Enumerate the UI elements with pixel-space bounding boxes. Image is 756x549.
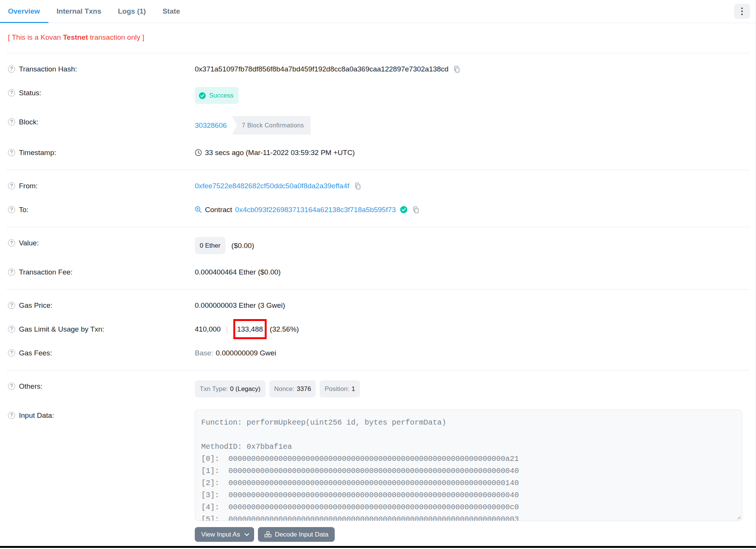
row-gas-limit-usage: ? Gas Limit & Usage by Txn: 410,000 | 13…	[6, 317, 750, 341]
help-icon[interactable]: ?	[8, 268, 15, 276]
value-label: Value:	[19, 237, 39, 249]
row-input-data: ? Input Data: Function: performUpkeep(ui…	[6, 403, 750, 548]
timestamp-value: 33 secs ago (Mar-11-2022 03:59:32 PM +UT…	[205, 147, 355, 158]
testnet-notice-prefix: [ This is a Kovan	[8, 33, 63, 41]
status-badge: Success	[195, 87, 239, 104]
help-icon[interactable]: ?	[8, 206, 15, 213]
input-word-line: [1]:000000000000000000000000000000000000…	[201, 465, 736, 477]
verified-check-icon	[400, 206, 408, 214]
help-icon[interactable]: ?	[8, 182, 15, 189]
zoom-in-icon[interactable]	[195, 206, 202, 213]
gas-fees-label: Gas Fees:	[19, 347, 52, 359]
row-to: ? To: Contract 0x4cb093f226983713164a621…	[6, 198, 750, 222]
copy-icon[interactable]	[354, 182, 362, 190]
help-icon[interactable]: ?	[8, 349, 15, 357]
row-block: ? Block: 30328606 7 Block Confirmations	[6, 110, 750, 141]
nonce-badge: Nonce: 3376	[269, 380, 316, 397]
gas-limit-value: 410,000	[195, 323, 221, 335]
row-gas-fees: ? Gas Fees: Base: 0.000000009 Gwei	[6, 341, 750, 365]
to-contract-label: Contract	[205, 204, 232, 216]
section-from-to: ? From: 0xfee7522e8482682cf50ddc50a0f8da…	[6, 170, 750, 227]
transaction-hash-value: 0x371a51097fb78df856f8b4a7bd459f192d8cc8…	[195, 63, 449, 75]
chevron-down-icon	[244, 531, 249, 536]
section-value-fee: ? Value: 0 Ether ($0.00) ? Transaction F…	[6, 227, 750, 290]
gas-fees-base-value: 0.000000009 Gwei	[216, 347, 276, 359]
input-word-line: [3]:000000000000000000000000000000000000…	[201, 489, 736, 501]
txn-type-label: Txn Type:	[200, 383, 228, 395]
check-circle-icon	[199, 92, 206, 99]
more-options-button[interactable]	[734, 4, 750, 19]
row-from: ? From: 0xfee7522e8482682cf50ddc50a0f8da…	[6, 174, 750, 198]
copy-icon[interactable]	[412, 206, 420, 214]
input-data-label: Input Data:	[19, 409, 54, 421]
tab-state[interactable]: State	[154, 0, 188, 23]
gas-fees-base-label: Base:	[195, 347, 213, 359]
cubes-icon	[264, 531, 272, 538]
testnet-notice: [ This is a Kovan Testnet transaction on…	[0, 23, 756, 53]
tab-internal-txns[interactable]: Internal Txns	[48, 0, 110, 23]
help-icon[interactable]: ?	[8, 118, 15, 126]
decode-input-data-button[interactable]: Decode Input Data	[258, 527, 335, 542]
row-timestamp: ? Timestamp: 33 secs ago (Mar-11-2022 03…	[6, 141, 750, 164]
input-data-textarea[interactable]: Function: performUpkeep(uint256 id, byte…	[195, 409, 742, 521]
decode-input-data-label: Decode Input Data	[275, 531, 329, 538]
tab-overview[interactable]: Overview	[0, 0, 48, 23]
resize-handle-icon[interactable]	[736, 515, 741, 520]
to-label: To:	[19, 204, 28, 216]
nonce-value: 3376	[297, 383, 311, 395]
row-value: ? Value: 0 Ether ($0.00)	[6, 231, 750, 260]
row-gas-price: ? Gas Price: 0.000000003 Ether (3 Gwei)	[6, 293, 750, 317]
block-number-link[interactable]: 30328606	[195, 119, 227, 131]
row-transaction-fee: ? Transaction Fee: 0.000400464 Ether ($0…	[6, 260, 750, 284]
others-label: Others:	[19, 380, 42, 392]
transaction-fee-value: 0.000400464 Ether ($0.00)	[195, 266, 281, 278]
input-word-line: [4]:000000000000000000000000000000000000…	[201, 501, 736, 513]
value-usd: ($0.00)	[231, 240, 254, 251]
section-hash-status-block-time: ? Transaction Hash: 0x371a51097fb78df856…	[6, 53, 750, 170]
help-icon[interactable]: ?	[8, 383, 15, 390]
clock-icon	[195, 149, 202, 156]
input-function-line: Function: performUpkeep(uint256 id, byte…	[201, 417, 736, 429]
testnet-notice-suffix: transaction only ]	[88, 33, 144, 41]
tab-bar: Overview Internal Txns Logs (1) State	[0, 0, 756, 23]
nonce-label: Nonce:	[274, 383, 295, 395]
section-gas: ? Gas Price: 0.000000003 Ether (3 Gwei) …	[6, 290, 750, 371]
help-icon[interactable]: ?	[8, 412, 15, 419]
status-label: Status:	[19, 87, 41, 99]
gas-price-value: 0.000000003 Ether (3 Gwei)	[195, 299, 285, 311]
row-transaction-hash: ? Transaction Hash: 0x371a51097fb78df856…	[6, 57, 750, 81]
testnet-notice-bold: Testnet	[63, 33, 88, 41]
block-label: Block:	[19, 116, 39, 128]
section-others-input: ? Others: Txn Type: 0 (Legacy) Nonce: 33…	[6, 371, 750, 549]
input-word-line: [2]:000000000000000000000000000000000000…	[201, 477, 736, 489]
view-input-as-button[interactable]: View Input As	[195, 527, 254, 542]
help-icon[interactable]: ?	[8, 149, 15, 156]
value-badge: 0 Ether	[195, 237, 225, 254]
gas-limit-usage-label: Gas Limit & Usage by Txn:	[19, 323, 104, 335]
block-confirmations-badge: 7 Block Confirmations	[232, 116, 311, 135]
gas-used-annotation-box: 133,488	[233, 319, 267, 339]
txn-type-value: 0 (Legacy)	[230, 383, 260, 395]
gas-separator: |	[226, 323, 228, 335]
help-icon[interactable]: ?	[8, 326, 15, 333]
input-methodid-line: MethodID: 0x7bbaf1ea	[201, 441, 736, 453]
transaction-hash-label: Transaction Hash:	[19, 63, 77, 75]
copy-icon[interactable]	[453, 65, 461, 73]
gas-price-label: Gas Price:	[19, 299, 53, 311]
row-status: ? Status: Success	[6, 81, 750, 110]
position-badge: Position: 1	[320, 380, 360, 397]
tab-logs[interactable]: Logs (1)	[110, 0, 154, 23]
kebab-icon	[741, 8, 743, 9]
help-icon[interactable]: ?	[8, 239, 15, 247]
help-icon[interactable]: ?	[8, 302, 15, 309]
from-label: From:	[19, 180, 38, 192]
view-input-as-label: View Input As	[201, 531, 240, 538]
help-icon[interactable]: ?	[8, 65, 15, 73]
from-address-link[interactable]: 0xfee7522e8482682cf50ddc50a0f8da2a39effa…	[195, 180, 349, 192]
input-word-line: [0]:000000000000000000000000000000000000…	[201, 453, 736, 465]
to-address-link[interactable]: 0x4cb093f226983713164a62138c3f718a5b595f…	[235, 204, 396, 216]
help-icon[interactable]: ?	[8, 89, 15, 96]
window-right-edge	[755, 0, 756, 546]
input-word-line: [5]:000000000000000000000000000000000000…	[201, 513, 736, 521]
transaction-fee-label: Transaction Fee:	[19, 266, 73, 278]
